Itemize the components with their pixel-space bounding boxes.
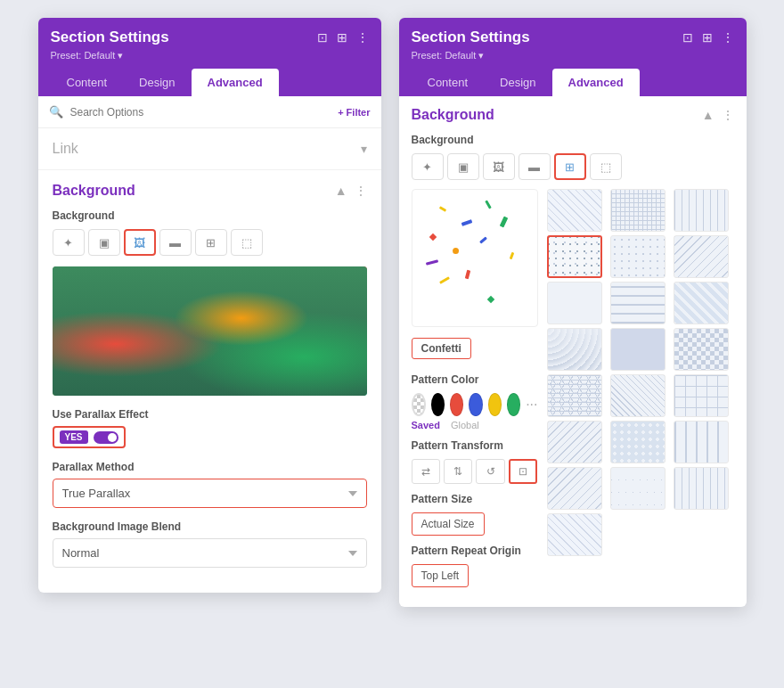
- confetti-piece-9: [464, 270, 470, 280]
- pattern-cell-20[interactable]: [674, 467, 729, 510]
- right-section-controls: ▲ ⋮: [702, 108, 734, 122]
- color-yellow[interactable]: [488, 393, 502, 416]
- bg-type-image[interactable]: 🖼: [124, 229, 156, 256]
- pattern-cell-10[interactable]: [610, 328, 666, 371]
- bg-blend-row: Background Image Blend Normal Multiply S…: [53, 520, 367, 568]
- pattern-cell-13[interactable]: [610, 374, 666, 417]
- right-bg-type-video[interactable]: ▬: [519, 153, 551, 180]
- right-tabs: Content Design Advanced: [412, 69, 734, 96]
- color-transparent[interactable]: [412, 393, 426, 416]
- transform-reset[interactable]: ⊡: [509, 459, 538, 484]
- tab-saved[interactable]: Saved: [412, 420, 440, 430]
- pattern-cell-19[interactable]: [610, 467, 666, 510]
- color-black[interactable]: [431, 393, 445, 416]
- more-icon[interactable]: ⋮: [356, 30, 369, 45]
- pattern-cell-7[interactable]: [610, 282, 666, 324]
- pattern-cell-12[interactable]: [547, 374, 602, 417]
- section-controls: ▲ ⋮: [335, 184, 367, 198]
- pattern-cell-21[interactable]: [547, 513, 602, 556]
- transform-flip-v[interactable]: ⇅: [444, 459, 472, 484]
- color-red[interactable]: [450, 393, 463, 416]
- right-bg-type-pattern[interactable]: ⊞: [554, 153, 586, 180]
- bg-type-pattern[interactable]: ⊞: [195, 229, 227, 256]
- pattern-cell-5[interactable]: [674, 235, 729, 278]
- bg-type-color[interactable]: ▣: [88, 229, 120, 256]
- pattern-repeat-origin-select[interactable]: Top Left: [412, 564, 470, 587]
- pattern-cell-17[interactable]: [674, 421, 729, 463]
- collapse-icon[interactable]: ▲: [335, 184, 347, 198]
- bg-section-right: Background ▲ ⋮ Background ✦ ▣ 🖼 ▬ ⊞ ⬚: [399, 96, 747, 607]
- link-section[interactable]: Link ▾: [38, 128, 381, 170]
- bg-blend-select[interactable]: Normal Multiply Screen: [53, 538, 367, 568]
- pattern-size-select[interactable]: Actual Size: [412, 512, 485, 536]
- pattern-cell-14[interactable]: [674, 374, 729, 417]
- right-expand-icon[interactable]: ⊡: [682, 30, 693, 45]
- right-bg-type-mask[interactable]: ⬚: [590, 153, 622, 180]
- tab-global[interactable]: Global: [451, 420, 479, 430]
- pattern-cell-8[interactable]: [674, 282, 729, 324]
- options-icon[interactable]: ⋮: [355, 184, 367, 198]
- expand-icon[interactable]: ⊡: [317, 30, 328, 45]
- confetti-preview: [412, 189, 538, 327]
- left-panel-title: Section Settings: [51, 29, 169, 46]
- pattern-grid: [547, 189, 734, 556]
- right-bg-type-none[interactable]: ✦: [412, 153, 444, 180]
- toggle-slider[interactable]: [94, 431, 118, 444]
- right-bg-type-color[interactable]: ▣: [447, 153, 479, 180]
- confetti-piece-5: [453, 248, 459, 254]
- pattern-cell-11[interactable]: [674, 328, 729, 371]
- pattern-cell-4[interactable]: [610, 235, 666, 278]
- pattern-cell-6[interactable]: [547, 282, 602, 324]
- right-more-icon[interactable]: ⋮: [722, 30, 734, 45]
- confetti-piece-11: [486, 296, 494, 303]
- confetti-piece-12: [509, 252, 514, 260]
- confetti-piece-10: [439, 276, 450, 284]
- pattern-cell-1[interactable]: [547, 189, 602, 232]
- tab-content-right[interactable]: Content: [412, 69, 485, 96]
- pattern-cell-16[interactable]: [610, 421, 666, 463]
- pattern-cell-15[interactable]: [547, 421, 602, 463]
- pattern-cell-confetti[interactable]: [547, 235, 602, 278]
- bg-type-mask[interactable]: ⬚: [231, 229, 263, 256]
- parallax-toggle[interactable]: YES: [53, 426, 126, 448]
- pattern-cell-3[interactable]: [674, 189, 729, 232]
- transform-flip-h[interactable]: ⇄: [412, 459, 440, 484]
- parallax-label: Use Parallax Effect: [53, 408, 367, 421]
- bg-type-none[interactable]: ✦: [53, 229, 85, 256]
- pattern-size-label: Pattern Size: [412, 493, 538, 505]
- confetti-piece-7: [499, 217, 508, 228]
- confetti-piece-3: [429, 233, 436, 241]
- tab-advanced-left[interactable]: Advanced: [192, 69, 279, 96]
- layout-icon[interactable]: ⊞: [337, 30, 347, 45]
- background-image-preview[interactable]: [53, 266, 367, 396]
- pattern-cell-2[interactable]: [610, 189, 666, 232]
- bg-type-video[interactable]: ▬: [159, 229, 192, 256]
- pattern-cell-18[interactable]: [547, 467, 602, 510]
- right-panel-title: Section Settings: [412, 29, 530, 46]
- more-colors-icon[interactable]: ···: [526, 397, 537, 413]
- left-header-icons: ⊡ ⊞ ⋮: [317, 30, 369, 45]
- tab-advanced-right[interactable]: Advanced: [552, 69, 640, 96]
- pattern-repeat-origin-label: Pattern Repeat Origin: [412, 545, 538, 557]
- transform-rotate[interactable]: ↺: [476, 459, 504, 484]
- right-layout-icon[interactable]: ⊞: [702, 30, 713, 45]
- left-panel-preset[interactable]: Preset: Default ▾: [51, 50, 369, 61]
- color-green[interactable]: [507, 393, 520, 416]
- tab-design-right[interactable]: Design: [484, 69, 551, 96]
- right-bg-type-image[interactable]: 🖼: [483, 153, 515, 180]
- parallax-method-select[interactable]: True Parallax CSS Parallax: [53, 479, 367, 508]
- right-collapse-icon[interactable]: ▲: [702, 108, 715, 122]
- pattern-grid-container: [547, 189, 734, 596]
- search-input[interactable]: [70, 106, 331, 119]
- background-section-header: Background ▲ ⋮: [53, 183, 367, 199]
- filter-button[interactable]: + Filter: [338, 107, 370, 118]
- right-options-icon[interactable]: ⋮: [722, 108, 734, 122]
- tab-content-left[interactable]: Content: [51, 69, 124, 96]
- background-section-left: Background ▲ ⋮ Background ✦ ▣ 🖼 ▬ ⊞ ⬚: [38, 170, 381, 593]
- confetti-piece-2: [461, 219, 472, 226]
- pattern-cell-9[interactable]: [547, 328, 602, 371]
- pattern-transform-label: Pattern Transform: [412, 439, 538, 452]
- tab-design-left[interactable]: Design: [123, 69, 191, 96]
- color-blue[interactable]: [469, 393, 482, 416]
- right-panel-preset[interactable]: Preset: Default ▾: [412, 50, 734, 61]
